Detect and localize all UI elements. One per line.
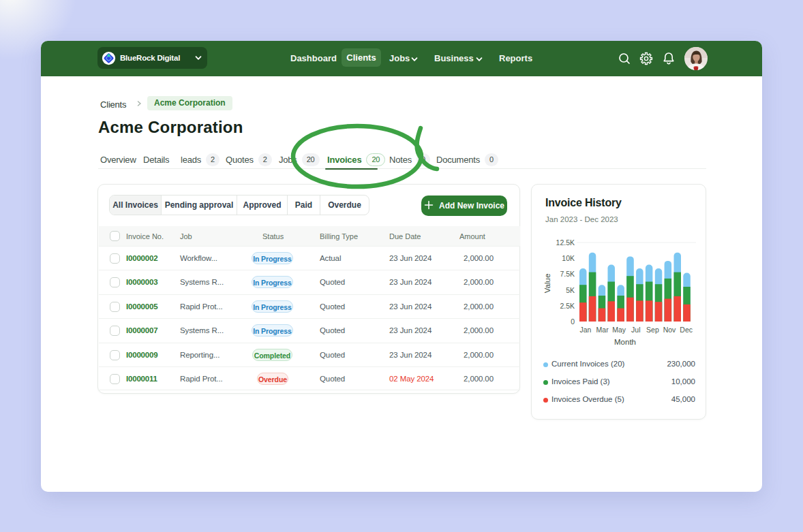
svg-text:Month: Month: [614, 338, 636, 346]
svg-text:Jul: Jul: [631, 326, 640, 334]
svg-text:Nov: Nov: [663, 326, 676, 334]
svg-text:Jan: Jan: [580, 326, 592, 334]
svg-text:5K: 5K: [566, 286, 575, 294]
svg-text:7.5K: 7.5K: [560, 270, 575, 278]
svg-text:12.5K: 12.5K: [556, 238, 575, 247]
svg-text:0: 0: [571, 317, 575, 326]
svg-text:Dec: Dec: [680, 326, 693, 334]
svg-text:Value: Value: [543, 274, 551, 294]
svg-text:2.5K: 2.5K: [560, 302, 575, 310]
svg-text:Sep: Sep: [646, 326, 659, 334]
svg-text:10K: 10K: [562, 254, 575, 262]
svg-text:May: May: [612, 326, 626, 334]
svg-text:Mar: Mar: [596, 326, 609, 334]
